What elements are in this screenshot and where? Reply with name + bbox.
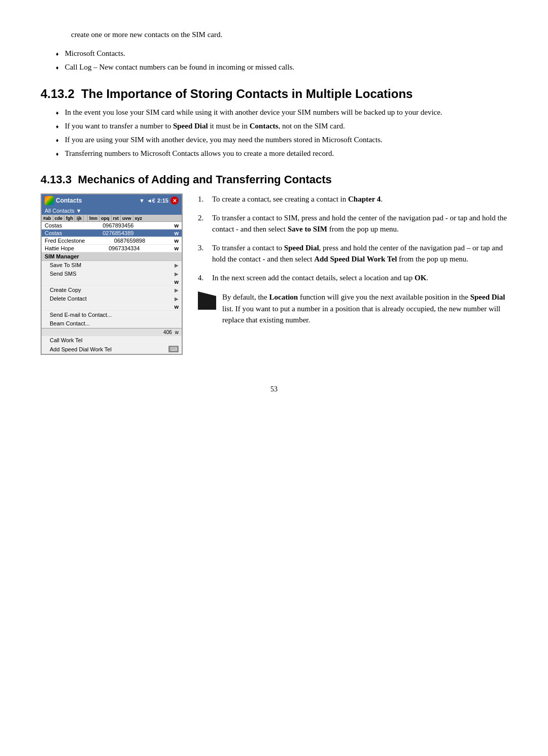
alpha-tab-3[interactable]: ijk [75,215,84,221]
step-number: 3. [198,242,208,265]
add-speed-dial-item[interactable]: Add Speed Dial Work Tel ⌨ [42,345,182,354]
context-menu: SIM Manager Save To SIM ▶ Send SMS ▶ w C… [42,252,182,328]
create-copy-label: Create Copy [50,287,81,293]
instruction-text: To transfer a contact to SIM, press and … [212,212,507,235]
note-box: By default, the Location function will g… [198,291,507,326]
bullet-item: ♦ Call Log – New contact numbers can be … [56,63,507,72]
blank-row-2: w [42,303,182,311]
save-to-sim-item[interactable]: Save To SIM ▶ [42,261,182,270]
bullet-text: Transferring numbers to Microsoft Contac… [65,149,334,158]
contact-row-0[interactable]: Costas 0967893456 w [42,222,182,229]
alpha-tab-4 [84,215,88,221]
step-number: 2. [198,212,208,235]
menu-arrow-icon: ▶ [175,287,179,293]
sim-manager-header: SIM Manager [42,252,182,261]
instruction-2: 2. To transfer a contact to SIM, press a… [198,212,507,235]
phone-header-left: Contacts [45,196,82,205]
alpha-tab-6[interactable]: opq [99,215,112,221]
contacts-list: Costas 0967893456 w Costas 0276854389 w … [42,222,182,252]
contact-row-1[interactable]: Costas 0276854389 w [42,229,182,237]
time-text: 2:15 [157,198,168,204]
bullet-diamond-icon: ♦ [56,51,59,57]
intro-text: create one or more new contacts on the S… [71,30,507,39]
section-heading-1: 4.13.2 The Importance of Storing Contact… [41,87,507,101]
page-number: 53 [41,385,507,393]
add-speed-dial-label: Add Speed Dial Work Tel [50,346,112,352]
instruction-text: To transfer a contact to Speed Dial, pre… [212,242,507,265]
send-sms-item[interactable]: Send SMS ▶ [42,270,182,278]
bullet-item: ♦ Microsoft Contacts. [56,49,507,58]
bullet-item: ♦ If you are using your SIM with another… [56,136,507,144]
menu-arrow-icon: ▶ [175,271,179,277]
bullet-text: If you are using your SIM with another d… [65,136,383,144]
note-icon [198,291,216,310]
bullet-text: In the event you lose your SIM card whil… [65,108,442,117]
delete-contact-item[interactable]: Delete Contact ▶ [42,294,182,303]
phone-header-icons: ▼ ◄€ ◄€ 2:15 2:15 ✕ [139,196,179,205]
alpha-tab-7[interactable]: rst [112,215,121,221]
footer-type: w [175,330,179,335]
bullet-diamond-icon: ♦ [56,137,59,143]
close-icon[interactable]: ✕ [170,196,179,205]
contact-row-3[interactable]: Hattie Hope 0967334334 w [42,245,182,252]
alpha-tab-0[interactable]: #ab [42,215,53,221]
bullet-item: ♦ If you want to transfer a number to Sp… [56,122,507,130]
phone-alpha-bar: #ab cde fgh ijk lmn opq rst uvw xyz [42,215,182,222]
all-contacts-dropdown[interactable]: All Contacts ▼ [45,208,82,214]
bullet-diamond-icon: ♦ [56,123,59,129]
call-work-tel-label: Call Work Tel [50,337,82,343]
phone-header: Contacts ▼ ◄€ ◄€ 2:15 2:15 ✕ [42,194,182,207]
contact-row-2[interactable]: Fred Ecclestone 0687659898 w [42,237,182,245]
phone-bottom-menu: Call Work Tel Add Speed Dial Work Tel ⌨ [42,336,182,354]
instruction-1: 1. To create a contact, see creating a c… [198,193,507,205]
instruction-4: 4. In the next screen add the contact de… [198,272,507,284]
bullet-diamond-icon: ♦ [56,64,59,71]
section-heading-2: 4.13.3 Mechanics of Adding and Transferr… [41,173,507,186]
send-sms-label: Send SMS [50,271,77,277]
phone-mockup: Contacts ▼ ◄€ ◄€ 2:15 2:15 ✕ All Contact… [41,193,183,355]
bullet-diamond-icon: ♦ [56,110,59,116]
bullet-item: ♦ Transferring numbers to Microsoft Cont… [56,149,507,158]
call-work-tel-item[interactable]: Call Work Tel [42,336,182,345]
alpha-tab-5[interactable]: lmn [88,215,99,221]
step-number: 1. [198,193,208,205]
send-email-label: Send E-mail to Contact... [50,312,112,318]
keyboard-icon: ⌨ [168,346,179,352]
phone-subheader[interactable]: All Contacts ▼ [42,207,182,215]
instruction-text: To create a contact, see creating a cont… [212,193,383,205]
signal-icon: ◄€ [147,198,155,204]
phone-header-title: Contacts [56,197,82,204]
blank-row-1: w [42,278,182,286]
bullet-diamond-icon: ♦ [56,151,59,157]
filter-icon[interactable]: ▼ [139,198,145,204]
save-to-sim-label: Save To SIM [50,262,81,268]
beam-contact-label: Beam Contact... [50,320,90,326]
bullet-text: If you want to transfer a number to Spee… [65,122,345,130]
alpha-tab-8[interactable]: uvw [121,215,133,221]
alpha-tab-1[interactable]: cde [53,215,65,221]
send-email-item[interactable]: Send E-mail to Contact... [42,311,182,319]
instruction-3: 3. To transfer a contact to Speed Dial, … [198,242,507,265]
bullet-list-1: ♦ Microsoft Contacts. ♦ Call Log – New c… [41,49,507,72]
note-text: By default, the Location function will g… [222,291,507,326]
alpha-tab-9[interactable]: xyz [133,215,144,221]
instruction-text: In the next screen add the contact detai… [212,272,428,284]
instructions-list: 1. To create a contact, see creating a c… [198,193,507,283]
menu-arrow-icon: ▶ [175,262,179,268]
beam-contact-item[interactable]: Beam Contact... [42,319,182,328]
content-area: Contacts ▼ ◄€ ◄€ 2:15 2:15 ✕ All Contact… [41,193,507,355]
bullet-text: Microsoft Contacts. [65,49,125,58]
bullet-item: ♦ In the event you lose your SIM card wh… [56,108,507,117]
phone-footer: 406 w [42,328,182,336]
delete-contact-label: Delete Contact [50,295,87,302]
footer-number: 406 [163,330,172,335]
create-copy-item[interactable]: Create Copy ▶ [42,286,182,294]
step-number: 4. [198,272,208,284]
instructions-area: 1. To create a contact, see creating a c… [198,193,507,355]
bullet-list-2: ♦ In the event you lose your SIM card wh… [41,108,507,158]
bullet-text: Call Log – New contact numbers can be fo… [65,63,294,72]
alpha-tab-2[interactable]: fgh [64,215,75,221]
contacts-logo-icon [45,196,54,205]
menu-arrow-icon: ▶ [175,296,179,302]
